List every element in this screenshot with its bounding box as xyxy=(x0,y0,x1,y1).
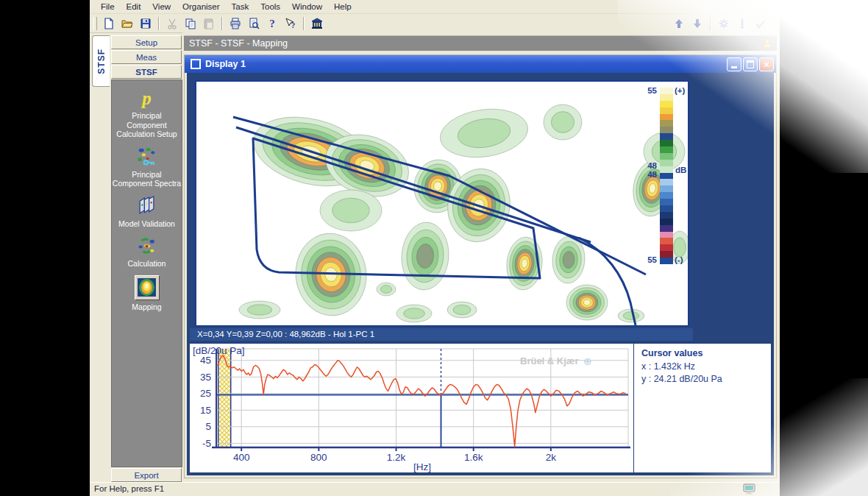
color-scale-segment xyxy=(660,107,673,114)
frequency-band-highlight[interactable] xyxy=(218,349,231,447)
y-tick-label: 35 xyxy=(200,372,211,383)
sidebar-item-model-validation[interactable]: Model Validation xyxy=(118,195,175,229)
menu-item-organiser[interactable]: Organiser xyxy=(177,1,225,12)
up-button[interactable] xyxy=(670,15,688,32)
contour-blob xyxy=(396,305,432,322)
new-icon xyxy=(103,18,115,29)
color-scale-segment xyxy=(660,179,673,185)
menu-item-window[interactable]: Window xyxy=(287,1,327,12)
down-icon xyxy=(691,18,703,29)
burst-button[interactable] xyxy=(715,15,733,32)
preview-icon xyxy=(248,18,260,29)
sidebar-item-label: Mapping xyxy=(132,302,161,312)
paste-button[interactable] xyxy=(200,15,218,32)
tab-strip: STSF xyxy=(90,32,110,483)
analysis-panel: Brüel & Kjær⊕453525155-54008001.2k1.6k2k… xyxy=(188,342,772,474)
color-scale-segment xyxy=(660,140,673,146)
mdi-caption: STSF - STSF - Mapping xyxy=(184,35,777,51)
scale-mid-value-1: 48 xyxy=(641,161,657,170)
color-scale-segment xyxy=(660,101,673,107)
toolbar-separator xyxy=(221,17,223,30)
maximize-button[interactable] xyxy=(743,57,758,71)
color-scale-bar xyxy=(660,88,673,264)
sidebar-item-label: PrincipalComponentCalculation Setup xyxy=(116,111,177,139)
contour-map-canvas xyxy=(196,82,688,325)
color-scale-segment xyxy=(660,212,673,219)
toolbar-separator xyxy=(303,17,305,30)
display-title: Display 1 xyxy=(205,59,727,69)
export-button[interactable]: Export xyxy=(111,468,182,482)
preview-button[interactable] xyxy=(245,15,263,32)
menu-item-file[interactable]: File xyxy=(96,1,120,12)
sidebar-item-principal-component-spectra[interactable]: PrincipalComponent Spectra xyxy=(113,146,181,188)
contour-map[interactable]: 55 (+) 48 48 dB 55 (-) xyxy=(195,80,689,327)
mapping-icon xyxy=(135,275,160,300)
tab-stsf[interactable]: STSF xyxy=(92,35,110,87)
scale-bottom-value: 55 xyxy=(641,255,657,264)
map-cursor-readout: X=0,34 Y=0,39 Z=0,00 : 48,962dB - Hol 1-… xyxy=(197,330,374,339)
toolbar-separator xyxy=(158,17,160,30)
menu-item-tools[interactable]: Tools xyxy=(255,1,285,12)
open-button[interactable] xyxy=(118,15,136,32)
scale-mid-value-2: 48 xyxy=(641,170,657,179)
y-tick-label: 5 xyxy=(205,421,211,432)
toolbar-grip[interactable] xyxy=(93,17,97,30)
check-button[interactable] xyxy=(752,15,769,32)
color-scale-segment xyxy=(660,133,673,140)
sidebar-item-label: PrincipalComponent Spectra xyxy=(113,170,181,188)
sidebar-item-mapping[interactable]: Mapping xyxy=(132,275,161,312)
screenshot-canvas: FileEditViewOrganiserTaskToolsWindowHelp… xyxy=(0,0,868,496)
context-help-icon: ? xyxy=(285,18,296,29)
down-button[interactable] xyxy=(689,15,706,32)
contour-blob xyxy=(239,301,280,319)
contour-blob xyxy=(618,309,644,322)
color-scale-segment xyxy=(660,244,673,251)
color-scale-segment xyxy=(660,192,673,199)
spectrum-plot[interactable]: Brüel & Kjær⊕453525155-54008001.2k1.6k2k… xyxy=(191,344,633,472)
contour-blob xyxy=(447,302,477,318)
x-tick-label: 400 xyxy=(233,452,250,463)
color-scale-segment xyxy=(660,225,673,232)
sidebar-button-setup[interactable]: Setup xyxy=(111,35,182,49)
y-tick-label: -5 xyxy=(202,438,211,449)
svg-text:p: p xyxy=(140,88,151,108)
context-help-button[interactable]: ? xyxy=(282,15,299,32)
color-scale-segment xyxy=(660,185,673,192)
menu-item-task[interactable]: Task xyxy=(227,1,255,12)
x-tick-label: 2k xyxy=(546,452,557,463)
display-titlebar[interactable]: Display 1 × xyxy=(185,55,776,73)
exclamation-button[interactable] xyxy=(733,15,751,32)
menu-item-edit[interactable]: Edit xyxy=(121,1,146,12)
minimize-button[interactable] xyxy=(727,57,741,71)
sidebar-item-calculation[interactable]: Calculation xyxy=(128,235,166,269)
color-scale-segment xyxy=(660,199,673,205)
copy-button[interactable] xyxy=(182,15,199,32)
cut-button[interactable] xyxy=(163,15,181,32)
print-button[interactable] xyxy=(227,15,244,32)
organiser-button[interactable] xyxy=(308,15,326,32)
cursor-values-panel: Cursor values x : 1.432k Hz y : 24.21 dB… xyxy=(641,348,772,386)
menu-item-view[interactable]: View xyxy=(147,1,176,12)
x-tick-label: 1.2k xyxy=(387,452,406,463)
color-scale-segment xyxy=(660,205,673,212)
help-button[interactable]: ? xyxy=(263,15,281,32)
color-scale-segment xyxy=(660,160,673,166)
mdi-caption-icon[interactable] xyxy=(761,38,773,49)
toolbar: ?? xyxy=(90,14,780,33)
paste-icon xyxy=(203,18,215,29)
save-button[interactable] xyxy=(137,15,154,32)
minimize-icon xyxy=(731,66,737,68)
sidebar-button-stsf[interactable]: STSF xyxy=(111,65,182,79)
svg-text:?: ? xyxy=(291,21,296,29)
color-scale-segment xyxy=(660,232,673,238)
sidebar-item-principal-component-calculation-setup[interactable]: pPrincipalComponentCalculation Setup xyxy=(116,87,177,139)
burst-icon xyxy=(718,18,730,29)
sidebar-button-meas[interactable]: Meas xyxy=(111,50,182,64)
menu-item-help[interactable]: Help xyxy=(329,1,357,12)
monitor-icon[interactable] xyxy=(743,483,758,495)
open-icon xyxy=(121,18,133,29)
close-button[interactable]: × xyxy=(759,57,774,71)
contour-blob xyxy=(320,190,382,231)
display-window-icon xyxy=(191,59,201,69)
new-button[interactable] xyxy=(100,15,118,32)
